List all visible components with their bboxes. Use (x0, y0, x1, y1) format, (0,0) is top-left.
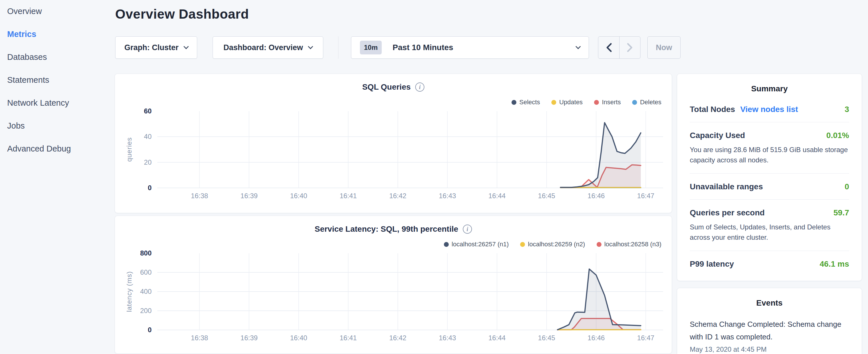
summary-row-subtext: Sum of Selects, Updates, Inserts, and De… (690, 222, 849, 243)
legend-item: Updates (551, 99, 583, 106)
summary-row-value: 0 (844, 182, 849, 191)
event-text: Schema Change Completed: Schema change w… (690, 318, 849, 343)
legend-dot-icon (551, 100, 556, 105)
event-timestamp: May 13, 2020 at 4:45 PM (690, 345, 849, 353)
next-time-button[interactable] (619, 37, 640, 58)
dashboard-dropdown-label: Dashboard: Overview (223, 43, 303, 52)
svg-text:16:42: 16:42 (389, 334, 406, 342)
summary-row-label: Queries per second (690, 208, 765, 217)
svg-text:queries: queries (125, 137, 133, 162)
legend-label: Updates (559, 99, 583, 106)
time-range-label: Past 10 Minutes (393, 43, 576, 52)
info-icon[interactable]: i (463, 225, 472, 234)
svg-text:400: 400 (140, 288, 152, 295)
svg-text:16:40: 16:40 (290, 192, 307, 200)
summary-row-label: P99 latency (690, 259, 734, 269)
svg-text:16:47: 16:47 (637, 334, 654, 342)
events-panel: Events Schema Change Completed: Schema c… (677, 288, 862, 354)
summary-row: P99 latency46.1 ms (690, 251, 849, 277)
toolbar: Graph: Cluster Dashboard: Overview 10m P… (115, 36, 681, 59)
svg-text:16:41: 16:41 (340, 192, 357, 200)
chart-title: Service Latency: SQL, 99th percentile (315, 225, 458, 234)
sidebar-item-jobs[interactable]: Jobs (7, 121, 115, 131)
svg-text:20: 20 (144, 158, 152, 166)
graph-dropdown[interactable]: Graph: Cluster (115, 36, 197, 59)
svg-text:16:45: 16:45 (538, 192, 555, 200)
sidebar-item-metrics[interactable]: Metrics (7, 29, 115, 39)
time-range-dropdown[interactable]: 10m Past 10 Minutes (351, 36, 589, 59)
svg-text:60: 60 (144, 108, 152, 115)
legend-label: localhost:26258 (n3) (604, 240, 661, 248)
chart-svg: 020406016:3816:3916:4016:4116:4216:4316:… (120, 108, 672, 208)
sidebar-item-databases[interactable]: Databases (7, 52, 115, 62)
legend-dot-icon (632, 100, 637, 105)
svg-text:16:40: 16:40 (290, 334, 307, 342)
legend-dot-icon (444, 242, 449, 247)
summary-row-subtext: You are using 28.6 MiB of 515.9 GiB usab… (690, 144, 849, 165)
summary-row-value: 3 (844, 105, 849, 114)
legend-dot-icon (594, 100, 599, 105)
svg-text:600: 600 (140, 268, 152, 276)
info-icon[interactable]: i (415, 83, 425, 92)
legend-dot-icon (520, 242, 525, 247)
svg-text:16:41: 16:41 (340, 334, 357, 342)
legend-label: localhost:26257 (n1) (452, 240, 509, 248)
legend-item: localhost:26257 (n1) (444, 240, 509, 248)
events-title: Events (677, 288, 862, 308)
chart-plot: 020406016:3816:3916:4016:4116:4216:4316:… (120, 108, 672, 209)
chevron-right-icon (626, 43, 633, 53)
summary-title: Summary (677, 74, 862, 93)
summary-row: Unavailable ranges0 (690, 173, 849, 199)
app-root: OverviewMetricsDatabasesStatementsNetwor… (0, 0, 868, 354)
event-item[interactable]: Schema Change Completed: Schema change w… (677, 308, 862, 353)
summary-row: Queries per second59.7Sum of Selects, Up… (690, 199, 849, 251)
svg-text:16:45: 16:45 (538, 334, 555, 342)
summary-row-value: 46.1 ms (819, 259, 849, 269)
chart-plot: 020040060080016:3816:3916:4016:4116:4216… (120, 250, 672, 351)
svg-text:16:39: 16:39 (241, 334, 258, 342)
sidebar-item-statements[interactable]: Statements (7, 75, 115, 85)
svg-text:16:43: 16:43 (439, 192, 456, 200)
events-list: Schema Change Completed: Schema change w… (677, 308, 862, 353)
view-nodes-link[interactable]: View nodes list (740, 105, 798, 114)
svg-text:16:38: 16:38 (191, 192, 208, 200)
svg-text:0: 0 (148, 326, 152, 334)
now-button[interactable]: Now (647, 36, 681, 59)
svg-text:16:44: 16:44 (488, 334, 505, 342)
svg-text:40: 40 (144, 133, 152, 140)
dashboard-dropdown[interactable]: Dashboard: Overview (213, 36, 323, 59)
page-title: Overview Dashboard (115, 6, 249, 22)
legend-dot-icon (597, 242, 601, 247)
sql-queries-chart-card: SQL Queries i SelectsUpdatesInsertsDelet… (115, 74, 672, 213)
summary-row-label: Unavailable ranges (690, 182, 763, 191)
chart-legend: localhost:26257 (n1)localhost:26259 (n2)… (444, 240, 661, 248)
summary-row-label: Total Nodes (690, 105, 735, 114)
sidebar: OverviewMetricsDatabasesStatementsNetwor… (0, 0, 115, 354)
svg-text:16:44: 16:44 (488, 192, 505, 200)
svg-text:16:42: 16:42 (389, 192, 406, 200)
chevron-down-icon (576, 44, 581, 49)
legend-label: localhost:26259 (n2) (528, 240, 585, 248)
legend-dot-icon (512, 100, 517, 105)
svg-text:16:39: 16:39 (241, 192, 258, 200)
summary-row: Capacity Used0.01%You are using 28.6 MiB… (690, 122, 849, 173)
legend-item: localhost:26259 (n2) (520, 240, 585, 248)
svg-text:800: 800 (140, 250, 152, 257)
legend-item: Inserts (594, 99, 621, 106)
legend-label: Inserts (602, 99, 621, 106)
summary-row: Total NodesView nodes list3 (690, 96, 849, 122)
summary-row-value: 0.01% (827, 131, 849, 140)
chart-title: SQL Queries (362, 83, 411, 92)
sidebar-item-network-latency[interactable]: Network Latency (7, 98, 115, 108)
svg-text:16:46: 16:46 (587, 192, 604, 200)
svg-text:16:38: 16:38 (191, 334, 208, 342)
prev-time-button[interactable] (598, 37, 619, 58)
sidebar-item-advanced-debug[interactable]: Advanced Debug (7, 144, 115, 154)
sidebar-item-overview[interactable]: Overview (7, 6, 115, 16)
svg-text:0: 0 (148, 184, 152, 192)
legend-item: Deletes (632, 99, 661, 106)
chevron-down-icon (308, 44, 313, 49)
legend-item: Selects (512, 99, 540, 106)
chevron-down-icon (183, 44, 189, 49)
time-range-badge: 10m (360, 41, 382, 55)
